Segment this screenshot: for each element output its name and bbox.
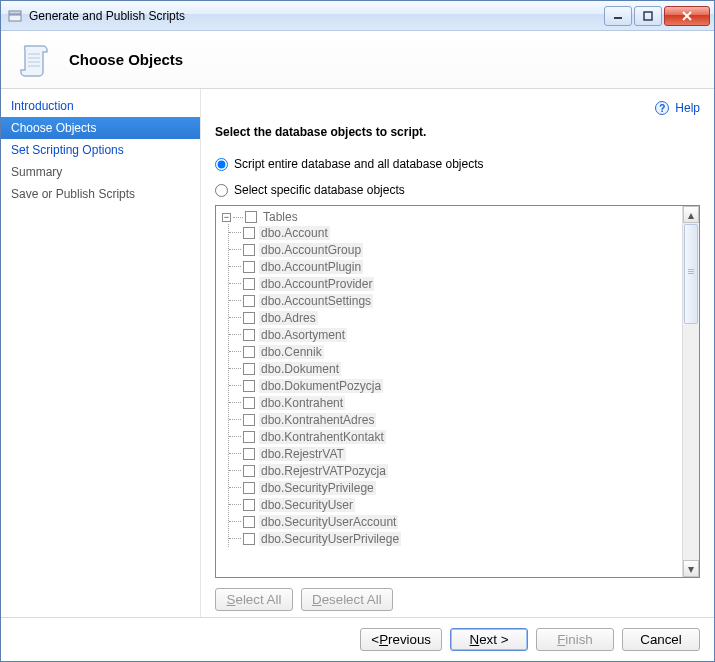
svg-rect-3 [644, 12, 652, 20]
tree-item[interactable]: dbo.AccountProvider [229, 275, 680, 292]
radio-script-specific[interactable]: Select specific database objects [215, 183, 700, 197]
collapse-icon[interactable]: − [222, 213, 231, 222]
tree-item[interactable]: dbo.AccountGroup [229, 241, 680, 258]
help-icon: ? [655, 101, 669, 115]
tree-item[interactable]: dbo.SecurityUserAccount [229, 513, 680, 530]
main-heading: Select the database objects to script. [215, 125, 700, 139]
sidebar-item-choose-objects[interactable]: Choose Objects [1, 117, 200, 139]
tree-item[interactable]: dbo.SecurityPrivilege [229, 479, 680, 496]
tree-root-checkbox[interactable] [245, 211, 257, 223]
scroll-down-button[interactable]: ▾ [683, 560, 699, 577]
svg-rect-1 [9, 15, 21, 21]
tree-item-label: dbo.RejestrVATPozycja [259, 464, 388, 478]
tree-item-checkbox[interactable] [243, 397, 255, 409]
tree-item[interactable]: dbo.SecurityUser [229, 496, 680, 513]
tree-item-label: dbo.SecurityPrivilege [259, 481, 376, 495]
tree-item[interactable]: dbo.Kontrahent [229, 394, 680, 411]
radio-script-all[interactable]: Script entire database and all database … [215, 157, 700, 171]
tree-item-checkbox[interactable] [243, 346, 255, 358]
scroll-up-button[interactable]: ▴ [683, 206, 699, 223]
selection-buttons: SSelect Allelect All Deselect All [215, 588, 700, 611]
tree-item[interactable]: dbo.Asortyment [229, 326, 680, 343]
tree-item-checkbox[interactable] [243, 448, 255, 460]
radio-script-all-label: Script entire database and all database … [234, 157, 484, 171]
main-panel: ? Help Select the database objects to sc… [201, 89, 714, 617]
tree-item-checkbox[interactable] [243, 278, 255, 290]
tree-item[interactable]: dbo.Cennik [229, 343, 680, 360]
sidebar-item-scripting-options[interactable]: Set Scripting Options [1, 139, 200, 161]
tree-item-checkbox[interactable] [243, 499, 255, 511]
titlebar[interactable]: Generate and Publish Scripts [1, 1, 714, 31]
tree-item-checkbox[interactable] [243, 329, 255, 341]
scroll-icon [15, 40, 55, 80]
minimize-button[interactable] [604, 6, 632, 26]
tree-item-label: dbo.Asortyment [259, 328, 347, 342]
tree-item-label: dbo.DokumentPozycja [259, 379, 383, 393]
deselect-all-button[interactable]: Deselect All [301, 588, 393, 611]
sidebar-item-save-publish[interactable]: Save or Publish Scripts [1, 183, 200, 205]
tree-item-checkbox[interactable] [243, 465, 255, 477]
sidebar: Introduction Choose Objects Set Scriptin… [1, 89, 201, 617]
tree-item-checkbox[interactable] [243, 244, 255, 256]
tree-item-checkbox[interactable] [243, 312, 255, 324]
tree-item[interactable]: dbo.RejestrVAT [229, 445, 680, 462]
tree-item-label: dbo.SecurityUserPrivilege [259, 532, 401, 546]
previous-button[interactable]: < Previous [360, 628, 442, 651]
help-link[interactable]: ? Help [215, 101, 700, 115]
tree-item-checkbox[interactable] [243, 227, 255, 239]
tree-item-label: dbo.SecurityUser [259, 498, 355, 512]
tree-item-label: dbo.RejestrVAT [259, 447, 346, 461]
tree-item[interactable]: dbo.DokumentPozycja [229, 377, 680, 394]
sidebar-item-introduction[interactable]: Introduction [1, 95, 200, 117]
next-button[interactable]: Next > [450, 628, 528, 651]
object-tree: − Tables dbo.Accountdbo.AccountGroupdbo.… [215, 205, 700, 578]
tree-item-label: dbo.Cennik [259, 345, 324, 359]
tree-item[interactable]: dbo.Adres [229, 309, 680, 326]
tree-root-label: Tables [263, 210, 298, 224]
scrollbar[interactable]: ▴ ▾ [682, 206, 699, 577]
tree-content[interactable]: − Tables dbo.Accountdbo.AccountGroupdbo.… [216, 206, 682, 577]
tree-item[interactable]: dbo.KontrahentKontakt [229, 428, 680, 445]
tree-item-checkbox[interactable] [243, 414, 255, 426]
maximize-button[interactable] [634, 6, 662, 26]
tree-item-checkbox[interactable] [243, 295, 255, 307]
tree-item-label: dbo.AccountGroup [259, 243, 363, 257]
tree-item-checkbox[interactable] [243, 533, 255, 545]
tree-item[interactable]: dbo.Account [229, 224, 680, 241]
radio-script-specific-input[interactable] [215, 184, 228, 197]
radio-script-specific-label: Select specific database objects [234, 183, 405, 197]
tree-item-label: dbo.AccountSettings [259, 294, 373, 308]
tree-item-label: dbo.Adres [259, 311, 318, 325]
tree-item-label: dbo.KontrahentKontakt [259, 430, 386, 444]
radio-script-all-input[interactable] [215, 158, 228, 171]
tree-item-checkbox[interactable] [243, 363, 255, 375]
tree-item[interactable]: dbo.KontrahentAdres [229, 411, 680, 428]
wizard-footer: < Previous Next > Finish Cancel [1, 617, 714, 661]
tree-item-label: dbo.AccountPlugin [259, 260, 363, 274]
tree-item-checkbox[interactable] [243, 516, 255, 528]
tree-item-label: dbo.Account [259, 226, 330, 240]
page-title: Choose Objects [69, 51, 183, 68]
finish-button[interactable]: Finish [536, 628, 614, 651]
help-label: Help [675, 101, 700, 115]
wizard-window: Generate and Publish Scripts Choose Obje… [0, 0, 715, 662]
tree-item-checkbox[interactable] [243, 482, 255, 494]
tree-item-checkbox[interactable] [243, 380, 255, 392]
tree-item-checkbox[interactable] [243, 261, 255, 273]
select-all-button[interactable]: SSelect Allelect All [215, 588, 293, 611]
scroll-thumb[interactable] [684, 224, 698, 324]
tree-item-label: dbo.KontrahentAdres [259, 413, 376, 427]
tree-item[interactable]: dbo.AccountPlugin [229, 258, 680, 275]
tree-item[interactable]: dbo.SecurityUserPrivilege [229, 530, 680, 547]
tree-item-checkbox[interactable] [243, 431, 255, 443]
tree-root-tables[interactable]: − Tables [218, 210, 680, 224]
tree-item[interactable]: dbo.AccountSettings [229, 292, 680, 309]
sidebar-item-summary[interactable]: Summary [1, 161, 200, 183]
tree-item[interactable]: dbo.Dokument [229, 360, 680, 377]
close-button[interactable] [664, 6, 710, 26]
cancel-button[interactable]: Cancel [622, 628, 700, 651]
tree-children: dbo.Accountdbo.AccountGroupdbo.AccountPl… [228, 224, 680, 547]
tree-item[interactable]: dbo.RejestrVATPozycja [229, 462, 680, 479]
wizard-header: Choose Objects [1, 31, 714, 89]
window-title: Generate and Publish Scripts [29, 9, 604, 23]
